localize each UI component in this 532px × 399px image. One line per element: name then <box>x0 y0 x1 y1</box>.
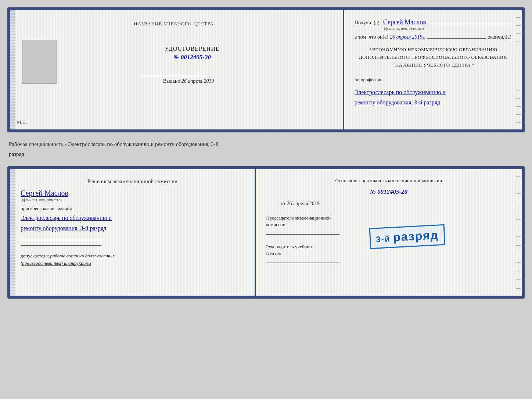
number-prefix: № <box>173 54 179 61</box>
fio-hint: (фамилия, имя, отчество) <box>384 26 424 31</box>
between-text-line1: Рабочая специальность - Электрослесарь п… <box>7 138 525 150</box>
profession-line2: ремонту оборудования, 3-й разряд <box>355 99 440 106</box>
vydano-date: 26 апреля 2019 <box>181 78 214 84</box>
sig-line-a <box>21 240 101 240</box>
stamp: 3-й разряд <box>369 224 446 249</box>
dopuskaetsya-label: допускается к <box>21 253 49 259</box>
vtom-label: в том, что он(а) <box>355 34 388 40</box>
photo-placeholder <box>22 40 57 84</box>
signature-line-1 <box>141 76 207 76</box>
doc1-right-panel: Получил(а) Сергей Маслов (фамилия, имя, … <box>344 10 522 129</box>
dopuskaetsya-block: допускается к работе согласно должностны… <box>21 252 244 267</box>
between-text-block: Рабочая специальность - Электрослесарь п… <box>7 138 525 160</box>
between-text-line2: разряд <box>7 150 525 160</box>
ot-label: от <box>281 201 285 206</box>
predsedatel-sig-line <box>266 234 339 235</box>
rukovoditel-sig-line <box>266 263 339 263</box>
org-block: АВТОНОМНУЮ НЕКОММЕРЧЕСКУЮ ОРГАНИЗАЦИЮ ДО… <box>355 46 511 69</box>
poprofessii-label: по профессии <box>355 77 511 83</box>
qualification-line2: ремонту оборудования, 3-й разряд <box>21 225 106 231</box>
predsedatel-label: Председатель экзаменационнойкомиссии <box>266 215 511 228</box>
doc1-org-name: НАЗВАНИЕ УЧЕБНОГО ЦЕНТРА <box>134 21 213 27</box>
org-line3: " НАЗВАНИЕ УЧЕБНОГО ЦЕНТРА " <box>355 61 511 69</box>
org-line1: АВТОНОМНУЮ НЕКОММЕРЧЕСКУЮ ОРГАНИЗАЦИЮ <box>355 46 511 54</box>
doc2-recipient-name: Сергей Маслов <box>21 189 244 197</box>
date-dash-line <box>427 38 486 39</box>
right-edge-decoration <box>515 10 522 129</box>
doc2-number-value: 0012405-20 <box>377 188 407 195</box>
vydano-line: Выдано 26 апреля 2019 <box>163 78 214 84</box>
vtom-row: в том, что он(а) 26 апреля 2019г. окончи… <box>355 34 511 40</box>
okonchil-label: окончил(а) <box>488 34 511 40</box>
resheniem-title: Решением экзаменационной комиссии <box>21 178 244 185</box>
recipient-name: Сергей Маслов <box>383 18 426 26</box>
doc2-number-prefix: № <box>370 188 376 195</box>
org-line2: ДОПОЛНИТЕЛЬНОГО ПРОФЕССИОНАЛЬНОГО ОБРАЗО… <box>355 54 511 61</box>
ot-date-value: 26 апреля 2019 <box>287 201 320 206</box>
sig-line-b <box>21 245 101 246</box>
prisvoena-label: присвоена квалификация <box>21 206 244 211</box>
vydano-label: Выдано <box>163 78 180 84</box>
doc1-left-panel: НАЗВАНИЕ УЧЕБНОГО ЦЕНТРА УДОСТОВЕРЕНИЕ №… <box>10 10 344 129</box>
right-edge-decoration-2 <box>515 169 522 296</box>
doc2-number: № 0012405-20 <box>266 188 511 196</box>
mp-label: М.П. <box>17 119 27 125</box>
name-dash-line <box>428 24 511 24</box>
document-card-2: Решением экзаменационной комиссии Сергей… <box>7 166 525 299</box>
udostoverenie-block: УДОСТОВЕРЕНИЕ № 0012405-20 <box>165 46 219 61</box>
signature-lines-group <box>21 240 244 246</box>
profession-text: Электрослесарь по обслуживанию и ремонту… <box>355 87 511 107</box>
doc2-right-panel: Основание: протокол экзаменационной коми… <box>256 169 522 296</box>
page-wrapper: НАЗВАНИЕ УЧЕБНОГО ЦЕНТРА УДОСТОВЕРЕНИЕ №… <box>7 7 525 299</box>
osnovanie-label: Основание: протокол экзаменационной коми… <box>266 177 511 184</box>
stamp-text: 3-й разряд <box>375 229 439 245</box>
doc2-fio-hint: (фамилия, имя, отчество) <box>22 198 244 202</box>
stamp-prefix: 3-й <box>376 234 393 244</box>
udostoverenie-title: УДОСТОВЕРЕНИЕ <box>165 46 219 52</box>
document-card-1: НАЗВАНИЕ УЧЕБНОГО ЦЕНТРА УДОСТОВЕРЕНИЕ №… <box>7 7 525 132</box>
poluchil-label: Получил(а) <box>355 20 380 26</box>
qualification-text: Электрослесарь по обслуживанию и ремонту… <box>21 213 244 234</box>
poluchil-row: Получил(а) Сергей Маслов (фамилия, имя, … <box>355 18 511 31</box>
ot-date-row: от 26 апреля 2019 <box>281 201 511 207</box>
completion-date: 26 апреля 2019г. <box>390 34 425 40</box>
doc2-left-panel: Решением экзаменационной комиссии Сергей… <box>10 169 256 296</box>
udostoverenie-number: № 0012405-20 <box>165 54 219 61</box>
number-value: 0012405-20 <box>181 54 211 61</box>
